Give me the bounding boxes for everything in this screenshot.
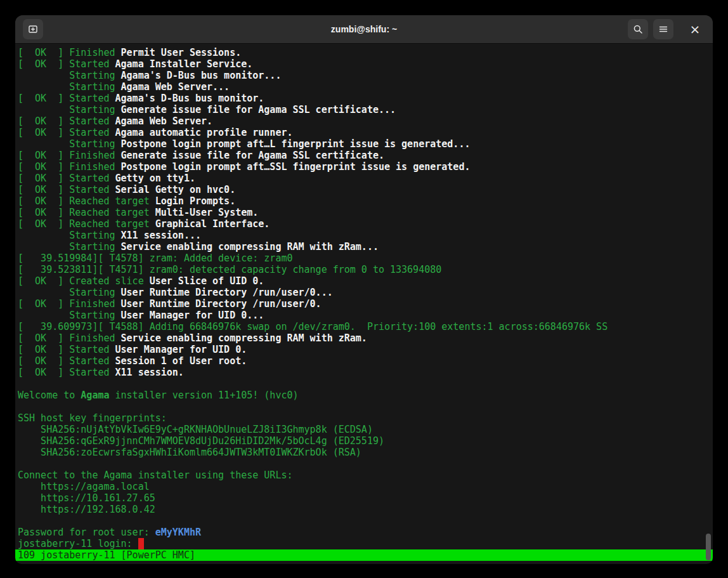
terminal-line: [ OK ] Started Agama Installer Service.	[15, 58, 713, 70]
terminal-screen[interactable]: [ OK ] Finished Permit User Sessions.[ O…	[15, 44, 713, 564]
terminal-text-segment: Postpone login prompt aft…L fingerprint …	[121, 138, 471, 150]
terminal-text-segment: jostaberry-11 login:	[18, 538, 138, 549]
terminal-line: Starting Agama Web Server...	[15, 81, 713, 93]
terminal-line: [ OK ] Finished Service enabling compres…	[15, 332, 713, 344]
terminal-text-segment: [ OK ] Reached target	[18, 195, 155, 207]
terminal-blank-line	[15, 515, 713, 527]
terminal-text-segment: [ OK ] Started	[18, 367, 115, 378]
terminal-text-segment: installer version 11+105! (hvc0)	[110, 390, 299, 401]
terminal-text-segment: [ OK ] Finished	[18, 298, 121, 310]
terminal-line: [ OK ] Finished Generate issue file for …	[15, 150, 713, 161]
close-icon: ×	[690, 23, 701, 36]
new-tab-button[interactable]	[23, 19, 43, 39]
desktop-background: { "window": { "title": "zumbi@shifu: ~",…	[0, 0, 728, 578]
terminal-text-segment: Graphical Interface.	[155, 218, 270, 230]
terminal-blank-line	[15, 458, 713, 470]
terminal-text-segment: Serial Getty on hvc0.	[115, 184, 236, 195]
terminal-line: [ OK ] Started User Manager for UID 0.	[15, 344, 713, 355]
terminal-line: [ OK ] Reached target Multi-User System.	[15, 207, 713, 218]
terminal-text-segment: [ OK ] Finished	[18, 150, 121, 161]
terminal-line: jostaberry-11 login:	[15, 538, 713, 549]
terminal-line: [ OK ] Started Session 1 of User root.	[15, 355, 713, 367]
terminal-text-segment: X11 session...	[121, 230, 201, 241]
header-right-controls: ×	[628, 19, 705, 39]
terminal-line: [ OK ] Created slice User Slice of UID 0…	[15, 275, 713, 287]
hamburger-menu-icon	[658, 24, 668, 34]
terminal-line: Starting X11 session...	[15, 230, 713, 241]
terminal-line: [ OK ] Started Agama Web Server.	[15, 115, 713, 127]
terminal-line: [ 39.523811][ T4571] zram0: detected cap…	[15, 264, 713, 275]
terminal-line: SSH host key fingerprints:	[15, 412, 713, 424]
terminal-line: Starting User Manager for UID 0...	[15, 310, 713, 321]
terminal-text-segment: Password for root user:	[18, 527, 155, 538]
terminal-text-segment: Welcome to	[18, 390, 81, 401]
terminal-line: Starting User Runtime Directory /run/use…	[15, 287, 713, 298]
terminal-text-segment: https://192.168.0.42	[18, 504, 155, 515]
terminal-text-segment: SHA256:zoEcwrsfaSgxHWhIiKomlm664JWTW3kMT…	[18, 447, 361, 458]
header-left-controls	[23, 19, 43, 39]
scrollbar-thumb[interactable]	[706, 534, 711, 560]
terminal-line: Starting Agama's D-Bus bus monitor...	[15, 70, 713, 81]
terminal-line: [ OK ] Finished Permit User Sessions.	[15, 47, 713, 58]
terminal-line: Starting Generate issue file for Agama S…	[15, 104, 713, 115]
terminal-text-segment: eMyYKMhR	[155, 527, 201, 538]
terminal-text-segment: SHA256:nUjAtYbVkIw6E9yC+gRKNHAObUnueLZJ8…	[18, 424, 373, 435]
terminal-text-segment: Generate issue file for Agama SSL certif…	[121, 104, 396, 115]
terminal-blank-line	[15, 378, 713, 390]
menu-button[interactable]	[653, 19, 673, 39]
terminal-text-segment: Starting	[18, 310, 121, 321]
terminal-line: [ OK ] Started Agama automatic profile r…	[15, 127, 713, 138]
status-bar-text: 109 jostaberry-11 [PowerPC HMC]	[18, 549, 195, 561]
terminal-text-segment: User Runtime Directory /run/user/0...	[121, 287, 333, 298]
terminal-text-segment: Agama	[81, 390, 109, 401]
terminal-text-segment: [ OK ] Started	[18, 184, 115, 195]
terminal-text-segment: Multi-User System.	[155, 207, 259, 218]
terminal-text-segment: SHA256:qGExR9jjnnCMh7WMOEV8dUjDu26HiDID2…	[18, 435, 384, 447]
search-button[interactable]	[628, 19, 648, 39]
terminal-output: [ OK ] Finished Permit User Sessions.[ O…	[15, 47, 713, 549]
terminal-text-segment: [ OK ] Started	[18, 173, 115, 184]
terminal-line: https://192.168.0.42	[15, 504, 713, 515]
close-button[interactable]: ×	[685, 19, 705, 39]
terminal-text-segment: [ OK ] Reached target	[18, 207, 155, 218]
terminal-text-segment: [ OK ] Finished	[18, 47, 121, 58]
terminal-text-segment: Agama's D-Bus bus monitor...	[121, 70, 282, 81]
terminal-line: [ OK ] Reached target Graphical Interfac…	[15, 218, 713, 230]
terminal-window: zumbi@shifu: ~ × [ OK ] Finished Permit …	[15, 15, 713, 564]
terminal-line: [ OK ] Finished User Runtime Directory /…	[15, 298, 713, 310]
terminal-text-segment: [ 39.609973][ T4588] Adding 66846976k sw…	[18, 321, 608, 332]
terminal-text-segment: Agama Web Server...	[121, 81, 230, 93]
terminal-text-segment: [ OK ] Reached target	[18, 218, 155, 230]
terminal-text-segment: [ OK ] Started	[18, 115, 115, 127]
terminal-line: [ 39.609973][ T4588] Adding 66846976k sw…	[15, 321, 713, 332]
terminal-line: Welcome to Agama installer version 11+10…	[15, 390, 713, 401]
terminal-blank-line	[15, 401, 713, 412]
terminal-text-segment: Agama's D-Bus bus monitor.	[115, 93, 264, 104]
window-title: zumbi@shifu: ~	[331, 24, 397, 34]
terminal-text-segment: Agama Installer Service.	[115, 58, 253, 70]
terminal-text-segment: Starting	[18, 81, 121, 93]
terminal-cursor	[138, 538, 144, 549]
terminal-line: SHA256:qGExR9jjnnCMh7WMOEV8dUjDu26HiDID2…	[15, 435, 713, 447]
terminal-line: [ OK ] Finished Postpone login prompt af…	[15, 161, 713, 173]
terminal-text-segment: Agama automatic profile runner.	[115, 127, 293, 138]
terminal-text-segment: Generate issue file for Agama SSL certif…	[121, 150, 384, 161]
terminal-line: Starting Service enabling compressing RA…	[15, 241, 713, 253]
terminal-text-segment: [ OK ] Started	[18, 127, 115, 138]
terminal-line: SHA256:nUjAtYbVkIw6E9yC+gRKNHAObUnueLZJ8…	[15, 424, 713, 435]
terminal-text-segment: [ 39.519984][ T4578] zram: Added device:…	[18, 253, 292, 264]
terminal-text-segment: SSH host key fingerprints:	[18, 412, 167, 424]
terminal-line: https://agama.local	[15, 481, 713, 492]
terminal-line: Connect to the Agama installer using the…	[15, 470, 713, 481]
terminal-text-segment: Service enabling compressing RAM with zR…	[121, 241, 379, 253]
terminal-text-segment: Permit User Sessions.	[121, 47, 242, 58]
terminal-text-segment: Session 1 of User root.	[115, 355, 247, 367]
terminal-text-segment: [ OK ] Finished	[18, 332, 121, 344]
terminal-text-segment: User Slice of UID 0.	[150, 275, 264, 287]
terminal-text-segment: https://10.161.27.65	[18, 492, 155, 504]
terminal-text-segment: [ OK ] Started	[18, 93, 115, 104]
terminal-text-segment: [ OK ] Created slice	[18, 275, 150, 287]
terminal-line: [ OK ] Started Agama's D-Bus bus monitor…	[15, 93, 713, 104]
terminal-line: Password for root user: eMyYKMhR	[15, 527, 713, 538]
terminal-text-segment: [ OK ] Finished	[18, 161, 121, 173]
